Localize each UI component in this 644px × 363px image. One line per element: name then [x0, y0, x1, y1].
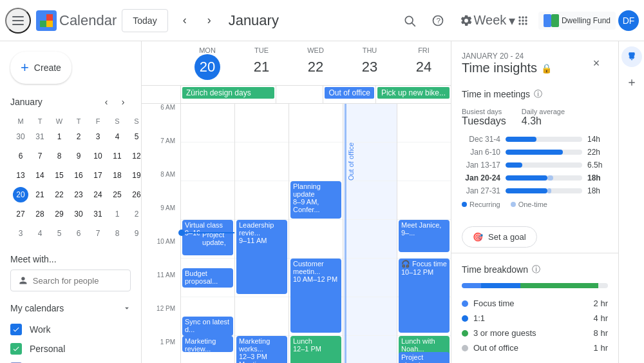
mini-cal-day[interactable]: 7 [31, 147, 49, 165]
mini-cal-day[interactable]: 9 [128, 224, 142, 242]
out-of-office-event[interactable]: Out of office [325, 87, 374, 99]
planning-update-event[interactable]: Planning update 8–9 AM, Confer... [290, 181, 341, 219]
apps-button[interactable] [510, 8, 536, 34]
mini-cal-day[interactable]: 2 [128, 205, 142, 223]
pick-up-bike-event[interactable]: Pick up new bike... [377, 87, 450, 99]
mini-cal-day[interactable]: 26 [128, 186, 142, 204]
today-button[interactable]: Today [122, 9, 167, 32]
mini-cal-title[interactable]: January [10, 97, 43, 107]
marketing-review-event[interactable]: Marketing review... [182, 336, 233, 352]
mini-cal-day[interactable]: 8 [50, 147, 68, 165]
day-header-mon[interactable]: MON 20 [180, 41, 234, 85]
mini-cal-day[interactable]: 3 [89, 128, 107, 146]
my-calendars-header[interactable]: My calendars [0, 297, 141, 320]
marketing-workshop-event[interactable]: Marketing works... 12–3 PM Meeting room … [236, 336, 287, 363]
set-goal-button[interactable]: 🎯 Set a goal [462, 226, 537, 248]
calendar-tasks[interactable]: Tasks [0, 358, 141, 363]
zurich-event[interactable]: Zürich design days [182, 87, 274, 99]
sync-event[interactable]: Sync on latest d... [182, 317, 233, 336]
day-header-fri[interactable]: FRI 24 [397, 41, 451, 85]
breakdown-info-icon[interactable]: ⓘ [532, 264, 540, 275]
next-button[interactable]: › [198, 9, 221, 32]
search-people-container[interactable] [10, 270, 131, 291]
mini-cal-day[interactable]: 11 [108, 147, 126, 165]
my-calendars-collapse[interactable] [118, 299, 136, 317]
mini-cal-day[interactable]: 1 [108, 205, 126, 223]
mini-cal-day[interactable]: 1 [50, 128, 68, 146]
mini-cal-day[interactable]: 17 [89, 166, 107, 184]
mini-cal-next[interactable]: › [115, 94, 131, 110]
help-button[interactable]: ? [425, 8, 451, 34]
avatar[interactable]: DF [618, 10, 639, 31]
create-button[interactable]: + Create [10, 52, 71, 84]
budget-proposal-event[interactable]: Budget proposal... [182, 268, 233, 288]
meet-janice-event[interactable]: Meet Janice, 9–... [399, 220, 450, 252]
keep-button[interactable] [621, 46, 642, 67]
mini-cal-day[interactable]: 3 [12, 224, 30, 242]
customer-meeting-event[interactable]: Customer meetin... 10 AM–12 PM [290, 259, 341, 333]
mon-col[interactable]: Virtual class 9–10 AM Project update, Bu… [180, 104, 234, 363]
mini-cal-day[interactable]: 6 [12, 147, 30, 165]
leadership-review-event[interactable]: Leadership revie... 9–11 AM [236, 220, 287, 294]
add-action-button[interactable] [621, 72, 642, 93]
mini-cal-day[interactable]: 5 [50, 224, 68, 242]
mini-cal-day[interactable]: 4 [31, 224, 49, 242]
tue-col[interactable]: Leadership revie... 9–11 AM Marketing wo… [234, 104, 289, 363]
day-header-tue[interactable]: TUE 21 [234, 41, 289, 85]
mini-cal-day[interactable]: 23 [70, 186, 88, 204]
fri-col[interactable]: Meet Janice, 9–... 🎧 Focus time 10–12 PM… [397, 104, 451, 363]
all-day-fri[interactable]: Pick up new bike... [375, 86, 451, 103]
mini-cal-day[interactable]: 27 [12, 205, 30, 223]
personal-checkbox[interactable] [10, 343, 22, 355]
prev-button[interactable]: ‹ [173, 9, 196, 32]
all-day-thu[interactable]: Out of office [323, 86, 375, 103]
mini-cal-day[interactable]: 8 [108, 224, 126, 242]
mini-cal-day[interactable]: 18 [108, 166, 126, 184]
search-people-input[interactable] [33, 276, 122, 286]
mini-cal-day[interactable]: 2 [70, 128, 88, 146]
mini-cal-day[interactable]: 29 [50, 205, 68, 223]
search-button[interactable] [397, 8, 422, 34]
mini-cal-prev[interactable]: ‹ [99, 94, 114, 110]
mini-cal-day[interactable]: 4 [108, 128, 126, 146]
day-header-thu[interactable]: THU 23 [343, 41, 397, 85]
mini-cal-day[interactable]: 13 [12, 166, 30, 184]
mini-cal-day[interactable]: 15 [50, 166, 68, 184]
mini-cal-day[interactable]: 30 [70, 205, 88, 223]
project-update-event[interactable]: Project update, [200, 230, 233, 255]
app-logo[interactable]: Calendar [36, 10, 117, 31]
mini-cal-day[interactable]: 12 [128, 147, 142, 165]
insights-close-button[interactable]: × [585, 52, 608, 75]
mini-cal-day[interactable]: 6 [70, 224, 88, 242]
info-icon[interactable]: ⓘ [534, 88, 542, 100]
focus-time-fri-event[interactable]: 🎧 Focus time 10–12 PM [399, 259, 450, 333]
mini-cal-day[interactable]: 14 [31, 166, 49, 184]
mini-cal-day[interactable]: 19 [128, 166, 142, 184]
mini-cal-day[interactable]: 22 [50, 186, 68, 204]
project-planning-event[interactable]: Project planning... 12:30–2:30 PM [399, 352, 450, 363]
all-day-wed[interactable] [276, 86, 323, 103]
work-checkbox[interactable] [10, 324, 22, 335]
menu-icon[interactable] [5, 8, 31, 34]
mini-cal-day[interactable]: 10 [89, 147, 107, 165]
mini-cal-day[interactable]: 5 [128, 128, 142, 146]
thu-col[interactable]: Out of office [343, 104, 397, 363]
mini-cal-day[interactable]: 25 [108, 186, 126, 204]
all-day-mon[interactable]: Zürich design days [180, 86, 276, 103]
mini-cal-day[interactable]: 24 [89, 186, 107, 204]
day-header-wed[interactable]: WED 22 [289, 41, 343, 85]
mini-cal-day[interactable]: 7 [89, 224, 107, 242]
mini-cal-day[interactable]: 31 [89, 205, 107, 223]
wed-col[interactable]: Planning update 8–9 AM, Confer... Custom… [289, 104, 343, 363]
calendar-work[interactable]: Work [0, 320, 141, 339]
mini-cal-day[interactable]: 28 [31, 205, 49, 223]
view-selector[interactable]: Week ▾ [482, 8, 507, 34]
calendar-personal[interactable]: Personal [0, 339, 141, 358]
mini-cal-today[interactable]: 20 [12, 186, 30, 204]
mini-cal-day[interactable]: 30 [12, 128, 30, 146]
mini-cal-day[interactable]: 21 [31, 186, 49, 204]
mini-cal-day[interactable]: 16 [70, 166, 88, 184]
mini-cal-day[interactable]: 9 [70, 147, 88, 165]
mini-cal-day[interactable]: 31 [31, 128, 49, 146]
lunch-event[interactable]: Lunch 12–1 PM [290, 336, 341, 363]
